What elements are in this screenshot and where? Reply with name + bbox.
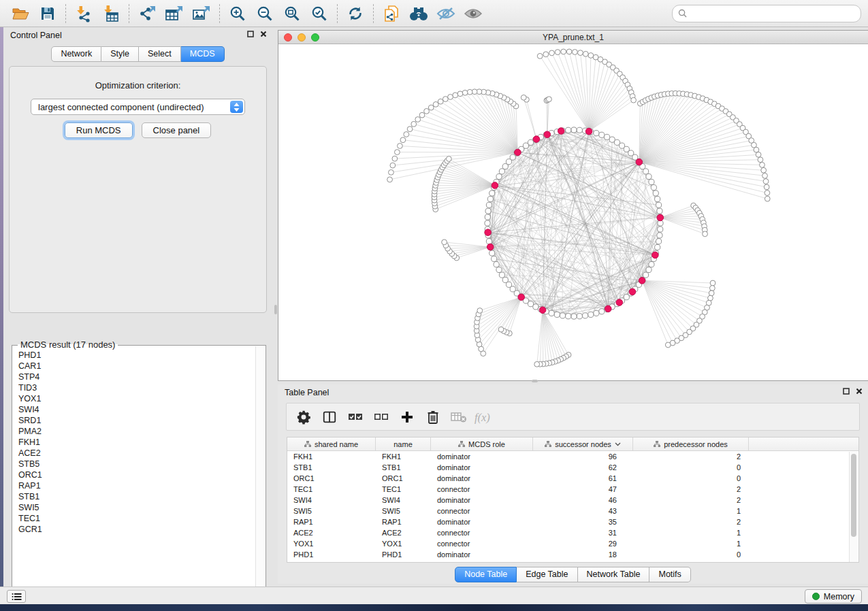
table-row[interactable]: PHD1PHD1dominator180 [287, 549, 858, 560]
open-file-button[interactable] [7, 2, 34, 25]
export-network-button[interactable] [133, 2, 161, 25]
table-row[interactable]: ACE2ACE2connector311 [287, 527, 858, 538]
mcds-result-item[interactable]: SWI4 [18, 404, 266, 415]
tab-edge-table[interactable]: Edge Table [517, 567, 577, 582]
add-row-icon [400, 410, 414, 424]
tab-style[interactable]: Style [101, 46, 139, 62]
toolbar-separator [129, 4, 129, 23]
show-all-button[interactable] [460, 2, 487, 25]
status-bar: Memory [0, 587, 868, 604]
mcds-result-item[interactable]: TID3 [18, 382, 266, 393]
tab-select[interactable]: Select [139, 46, 181, 62]
optimization-criterion-dropdown[interactable]: largest connected component (undirected) [31, 99, 245, 115]
search-box[interactable] [672, 5, 861, 22]
column-header-successor-nodes[interactable]: successor nodes [533, 437, 633, 450]
table-panel: Table Panel f(x) shared namenameMCDS rol… [278, 384, 868, 584]
import-network-button[interactable] [70, 2, 97, 25]
export-table-button[interactable] [161, 2, 188, 25]
tab-mcds[interactable]: MCDS [181, 46, 225, 62]
column-attribute-icon [458, 441, 465, 448]
zoom-in-icon [229, 5, 246, 22]
mcds-result-item[interactable]: RAP1 [18, 480, 266, 491]
close-window-icon[interactable] [284, 33, 292, 42]
network-graph[interactable] [278, 44, 868, 380]
table-settings-button[interactable] [292, 406, 315, 428]
minimize-window-icon[interactable] [298, 33, 306, 42]
vertical-splitter-handle[interactable] [274, 305, 277, 314]
mcds-result-item[interactable]: TEC1 [18, 513, 266, 524]
svg-text:f(x): f(x) [475, 410, 490, 423]
toolbar-separator [65, 4, 66, 23]
import-network-icon [75, 5, 93, 22]
mcds-result-item[interactable]: SWI5 [18, 502, 266, 513]
mcds-result-item[interactable]: CAR1 [18, 361, 266, 371]
toolbar-separator [373, 4, 374, 23]
mcds-result-item[interactable]: PMA2 [18, 426, 266, 437]
table-row[interactable]: SWI5SWI5connector431 [287, 506, 858, 516]
mcds-result-scrollbar[interactable] [255, 346, 265, 598]
clone-network-button[interactable] [378, 2, 405, 25]
toolbar-separator [337, 4, 338, 23]
column-header-predecessor-nodes[interactable]: predecessor nodes [633, 437, 749, 450]
zoom-in-button[interactable] [224, 2, 251, 25]
delete-table-button [447, 406, 470, 428]
column-header-shared-name[interactable]: shared name [287, 437, 376, 450]
select-all-rows-button[interactable] [344, 406, 366, 428]
close-panel-button[interactable]: Close panel [142, 122, 212, 138]
zoom-fit-button[interactable] [278, 2, 306, 25]
tab-node-table[interactable]: Node Table [455, 567, 517, 582]
task-history-button[interactable] [7, 590, 26, 603]
zoom-selected-button[interactable] [306, 2, 333, 25]
mcds-result-item[interactable]: SRD1 [18, 415, 266, 426]
close-table-panel-icon[interactable] [856, 388, 863, 395]
table-row[interactable]: SWI4SWI4dominator462 [287, 495, 858, 506]
zoom-out-button[interactable] [251, 2, 278, 25]
mcds-result-item[interactable]: ORC1 [18, 469, 266, 480]
column-selector-button[interactable] [318, 406, 340, 428]
deselect-all-rows-button[interactable] [370, 406, 392, 428]
table-scrollbar-track[interactable] [849, 452, 858, 563]
import-table-button[interactable] [97, 2, 125, 25]
table-row[interactable]: YOX1YOX1connector291 [287, 538, 858, 549]
horizontal-splitter-handle[interactable] [532, 380, 538, 382]
mcds-result-item[interactable]: ACE2 [18, 448, 266, 459]
column-header-name[interactable]: name [376, 437, 431, 450]
table-row[interactable]: STB1STB1dominator620 [287, 462, 858, 473]
search-input[interactable] [690, 8, 855, 19]
table-scrollbar-thumb[interactable] [851, 454, 856, 537]
cytoscape-window: Control Panel NetworkStyleSelectMCDS Opt… [0, 0, 868, 611]
table-row[interactable]: TEC1TEC1connector472 [287, 484, 858, 495]
export-image-button[interactable] [188, 2, 215, 25]
binoculars-button[interactable] [405, 2, 432, 25]
show-all-icon [463, 6, 483, 21]
maximize-window-icon[interactable] [311, 33, 319, 42]
tab-network-table[interactable]: Network Table [578, 567, 650, 582]
save-session-button[interactable] [34, 2, 61, 25]
mcds-result-item[interactable]: YOX1 [18, 393, 266, 404]
hide-selected-button[interactable] [432, 2, 460, 25]
add-row-button[interactable] [396, 406, 418, 428]
table-row[interactable]: ORC1ORC1dominator610 [287, 473, 858, 484]
delete-row-button[interactable] [421, 406, 444, 428]
tab-motifs[interactable]: Motifs [649, 567, 690, 582]
table-row[interactable]: RAP1RAP1dominator352 [287, 516, 858, 527]
mcds-result-item[interactable]: GCR1 [18, 524, 266, 535]
column-header-MCDS-role[interactable]: MCDS role [431, 437, 533, 450]
mcds-result-item[interactable]: STB1 [18, 491, 266, 502]
float-panel-icon[interactable] [247, 31, 254, 37]
dropdown-stepper-icon [230, 101, 243, 113]
mcds-result-item[interactable]: STB5 [18, 459, 266, 469]
close-panel-icon[interactable] [260, 31, 267, 37]
node-table: shared namenameMCDS rolesuccessor nodesp… [287, 437, 859, 563]
table-row[interactable]: FKH1FKH1dominator962 [287, 451, 858, 462]
mcds-result-item[interactable]: STP4 [18, 371, 266, 382]
float-table-panel-icon[interactable] [843, 388, 850, 395]
mcds-result-item[interactable]: PHD1 [18, 350, 266, 361]
network-window-titlebar[interactable]: YPA_prune.txt_1 [278, 31, 868, 44]
mcds-result-item[interactable]: FKH1 [18, 437, 266, 448]
memory-button[interactable]: Memory [805, 589, 862, 604]
tab-network[interactable]: Network [51, 46, 101, 62]
run-mcds-button[interactable]: Run MCDS [65, 122, 133, 138]
refresh-layout-button[interactable] [342, 2, 369, 25]
export-table-icon [165, 5, 184, 22]
